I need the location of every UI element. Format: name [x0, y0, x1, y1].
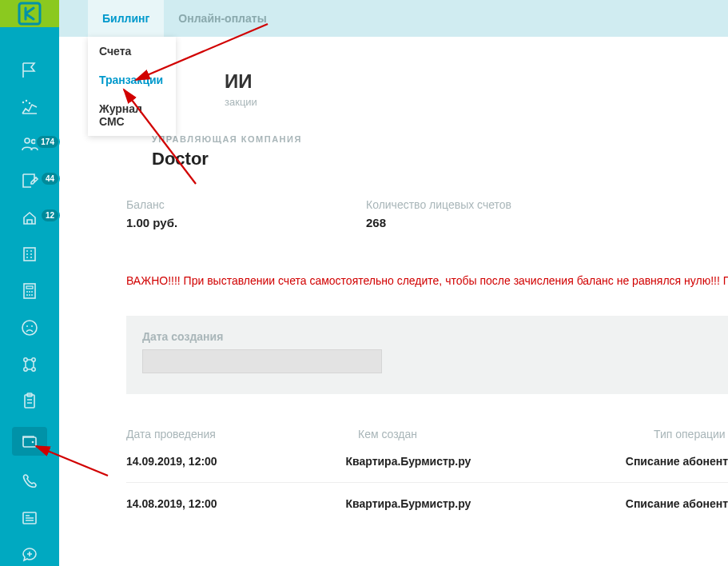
badge-users: 174 [35, 134, 60, 149]
cell-date: 14.09.2019, 12:00 [126, 455, 346, 468]
nav-chat-add[interactable] [14, 544, 46, 566]
cell-who: Квартира.Бурмистр.ру [346, 497, 626, 510]
object-icon [20, 208, 39, 227]
nav-building[interactable] [14, 243, 46, 265]
cell-type: Списание абонент [626, 497, 728, 510]
svg-point-10 [29, 291, 30, 293]
stat-accounts: Количество лицевых счетов 268 [366, 198, 511, 229]
svg-point-18 [24, 358, 27, 361]
company-block: УПРАВЛЯЮЩАЯ КОМПАНИЯ Doctor [152, 134, 728, 169]
dropdown-transactions[interactable]: Транзакции [88, 66, 176, 94]
badge-object: 12 [40, 208, 60, 223]
building-icon [20, 245, 39, 264]
svg-point-3 [29, 102, 30, 104]
table-row[interactable]: 14.09.2019, 12:00 Квартира.Бурмистр.ру С… [126, 440, 728, 483]
svg-point-21 [32, 368, 35, 371]
svg-point-16 [26, 325, 28, 327]
nav-stats[interactable] [14, 96, 46, 118]
svg-point-1 [22, 102, 24, 103]
chat-add-icon [20, 545, 39, 564]
warning-text: ВАЖНО!!!! При выставлении счета самостоя… [126, 274, 728, 287]
svg-point-2 [26, 100, 27, 102]
accounts-value: 268 [366, 216, 511, 229]
chart-icon [20, 98, 39, 117]
svg-point-19 [32, 358, 35, 361]
page-title: ИИ [225, 70, 253, 93]
tab-online-payments[interactable]: Онлайн-оплаты [164, 0, 280, 37]
sad-face-icon [20, 318, 39, 337]
cell-type: Списание абонент [626, 455, 728, 468]
date-input[interactable] [142, 349, 382, 373]
company-name: Doctor [152, 149, 728, 169]
flag-icon [20, 61, 39, 80]
filter-label: Дата создания [142, 330, 712, 343]
hierarchy-icon [20, 355, 39, 374]
nav-clipboard[interactable] [14, 390, 46, 413]
nav-sad[interactable] [14, 317, 46, 339]
tab-billing[interactable]: Биллинг [88, 0, 164, 37]
svg-point-12 [26, 294, 28, 296]
phone-icon [20, 472, 39, 491]
logo-icon [16, 0, 43, 27]
svg-point-17 [31, 325, 33, 327]
svg-rect-6 [24, 248, 35, 261]
header-date: Дата проведения [126, 428, 358, 440]
nav-object[interactable]: 12 [14, 206, 46, 229]
nav-phone[interactable] [14, 470, 46, 492]
svg-point-11 [31, 291, 33, 293]
svg-rect-24 [23, 437, 36, 447]
svg-point-15 [22, 321, 37, 335]
cell-date: 14.08.2019, 12:00 [126, 497, 346, 510]
nav-users[interactable]: 174 [14, 133, 46, 155]
calculator-icon [20, 281, 39, 301]
stat-balance: Баланс 1.00 руб. [126, 198, 366, 229]
header-who: Кем создан [358, 428, 654, 440]
balance-label: Баланс [126, 198, 366, 211]
svg-point-14 [31, 294, 33, 296]
header-type: Тип операции [654, 428, 728, 440]
dropdown-accounts[interactable]: Счета [88, 37, 176, 66]
sidebar: 174 44 12 [0, 0, 59, 566]
svg-point-9 [26, 291, 28, 293]
nav-calculator[interactable] [14, 280, 46, 302]
nav-flag[interactable] [14, 59, 46, 82]
accounts-label: Количество лицевых счетов [366, 198, 511, 211]
svg-point-13 [29, 294, 30, 296]
badge-edit: 44 [40, 171, 60, 186]
wallet-icon [20, 432, 39, 451]
svg-point-20 [24, 368, 27, 371]
logo[interactable] [0, 0, 59, 27]
table-row[interactable]: 14.08.2019, 12:00 Квартира.Бурмистр.ру С… [126, 483, 728, 524]
dropdown-sms[interactable]: Журнал СМС [88, 94, 176, 136]
top-tabs: Биллинг Онлайн-оплаты [59, 0, 728, 37]
table-header: Дата проведения Кем создан Тип операции [126, 428, 728, 440]
nav-news[interactable] [14, 507, 46, 529]
nav-wallet[interactable] [12, 427, 47, 456]
nav-edit[interactable]: 44 [14, 169, 46, 192]
company-label: УПРАВЛЯЮЩАЯ КОМПАНИЯ [152, 134, 728, 144]
filter-box: Дата создания [126, 316, 728, 394]
news-icon [20, 508, 39, 528]
breadcrumb: закции [225, 96, 257, 108]
balance-value: 1.00 руб. [126, 216, 366, 229]
stats-row: Баланс 1.00 руб. Количество лицевых счет… [126, 198, 728, 229]
billing-dropdown: Счета Транзакции Журнал СМС [88, 37, 176, 136]
svg-point-4 [25, 138, 30, 143]
cell-who: Квартира.Бурмистр.ру [346, 455, 626, 468]
svg-rect-8 [26, 286, 33, 289]
edit-icon [20, 171, 39, 190]
nav-hierarchy[interactable] [14, 353, 46, 376]
svg-rect-0 [19, 3, 40, 24]
svg-point-25 [32, 441, 34, 444]
clipboard-icon [20, 392, 39, 411]
